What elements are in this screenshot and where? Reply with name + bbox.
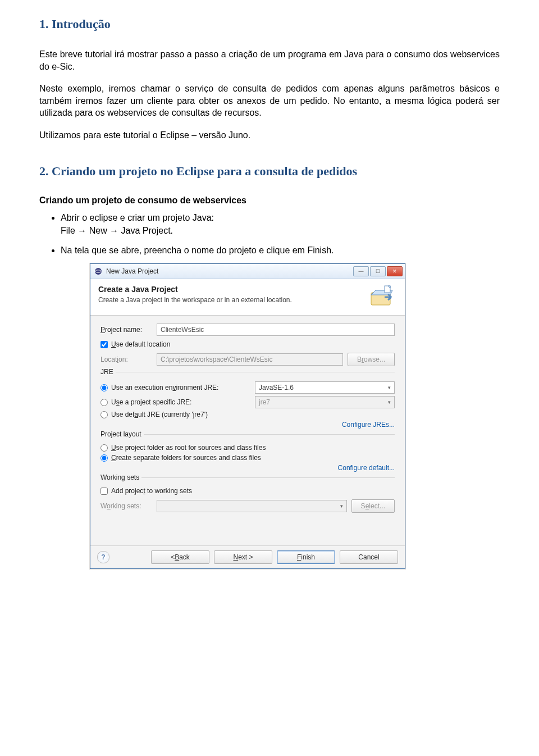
paragraph: Utilizamos para este tutorial o Eclipse … [39, 129, 500, 142]
jre-env-radio[interactable] [101, 384, 108, 391]
minimize-button[interactable]: — [353, 266, 369, 276]
jre-specific-radio[interactable] [101, 399, 108, 406]
layout-single-label: Use project folder as root for sources a… [111, 444, 266, 452]
list-text: File → New → Java Project. [61, 226, 173, 235]
jre-env-label: Use an execution environment JRE: [111, 384, 252, 391]
jre-specific-value: jre7 [259, 398, 270, 406]
list-item: Abrir o eclipse e criar um projeto Java:… [61, 211, 500, 237]
maximize-button[interactable]: ☐ [370, 266, 386, 276]
heading-section2: 2. Criando um projeto no Eclipse para a … [39, 164, 500, 179]
location-input: C:\projetos\workspace\ClienteWsEsic [157, 353, 343, 366]
jre-env-value: JavaSE-1.6 [259, 384, 294, 391]
help-icon[interactable]: ? [97, 551, 109, 563]
location-label: Location: [101, 356, 157, 363]
use-default-location-label: Use default location [111, 340, 170, 348]
list-text: Na tela que se abre, preencha o nome do … [61, 245, 334, 255]
heading-intro: 1. Introdução [39, 17, 500, 31]
dialog-banner: Create a Java Project Create a Java proj… [90, 279, 405, 316]
list-item: Na tela que se abre, preencha o nome do … [61, 244, 500, 257]
chevron-down-icon: ▾ [388, 385, 391, 390]
workingsets-group: Working sets Add project to working sets… [101, 477, 395, 513]
jre-env-combo[interactable]: JavaSE-1.6 ▾ [255, 381, 395, 394]
layout-separate-radio[interactable] [101, 454, 108, 462]
back-button[interactable]: < Back [151, 550, 209, 564]
folder-icon [368, 285, 397, 309]
jre-group: JRE Use an execution environment JRE: Ja… [101, 372, 395, 429]
layout-single-radio[interactable] [101, 444, 108, 452]
project-name-input[interactable]: ClienteWsEsic [157, 324, 395, 336]
browse-button: Browse... [348, 353, 395, 366]
new-java-project-dialog: New Java Project — ☐ ✕ Create a Java Pro… [90, 263, 405, 569]
banner-title: Create a Java Project [98, 285, 363, 294]
paragraph: Neste exemplo, iremos chamar o serviço d… [39, 83, 500, 119]
workingsets-label: Working sets: [101, 502, 157, 510]
next-button[interactable]: Next > [214, 550, 272, 564]
select-button: Select... [351, 499, 395, 513]
add-workingsets-checkbox[interactable] [101, 488, 108, 495]
title-bar: New Java Project — ☐ ✕ [90, 264, 405, 279]
banner-subtitle: Create a Java project in the workspace o… [98, 296, 363, 304]
chevron-down-icon: ▾ [340, 503, 343, 509]
svg-point-0 [95, 268, 102, 275]
configure-jres-link[interactable]: Configure JREs... [101, 421, 395, 429]
dialog-body: Project name: ClienteWsEsic Use default … [90, 316, 405, 545]
subheading: Criando um projeto de consumo de webserv… [39, 195, 500, 206]
layout-separate-label: Create separate folders for sources and … [111, 454, 261, 462]
use-default-location-checkbox[interactable] [101, 341, 108, 348]
layout-group: Project layout Use project folder as roo… [101, 434, 395, 472]
project-name-label: Project name: [101, 326, 157, 334]
workingsets-combo: ▾ [157, 500, 347, 512]
dialog-title: New Java Project [106, 267, 353, 275]
jre-group-title: JRE [98, 368, 116, 376]
jre-specific-combo: jre7 ▾ [255, 396, 395, 408]
cancel-button[interactable]: Cancel [340, 550, 398, 564]
workingsets-group-title: Working sets [98, 473, 141, 481]
jre-default-radio[interactable] [101, 411, 108, 418]
jre-specific-label: Use a project specific JRE: [111, 398, 252, 406]
configure-default-link[interactable]: Configure default... [101, 464, 395, 472]
layout-group-title: Project layout [98, 430, 144, 438]
eclipse-icon [94, 267, 103, 276]
button-bar: ? < Back Next > Finish Cancel [90, 545, 405, 568]
jre-default-label: Use default JRE (currently 'jre7') [111, 411, 208, 418]
list-text: Abrir o eclipse e criar um projeto Java: [61, 213, 214, 222]
add-workingsets-label: Add project to working sets [111, 487, 192, 495]
finish-button[interactable]: Finish [277, 550, 335, 564]
close-button[interactable]: ✕ [387, 266, 403, 276]
paragraph: Este breve tutorial irá mostrar passo a … [39, 48, 500, 72]
chevron-down-icon: ▾ [388, 399, 391, 405]
